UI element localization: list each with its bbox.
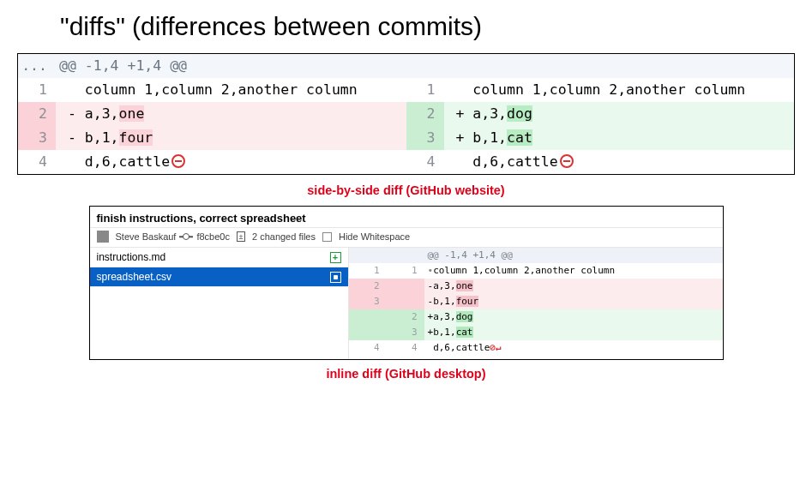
line-number-new: 4	[387, 340, 424, 356]
diff-row: 3 +b,1,cat	[349, 325, 723, 340]
hunk-marker: ...	[18, 54, 56, 78]
line-number-old: 2	[18, 102, 56, 126]
line-number-new: 3	[387, 325, 424, 340]
line-number-old: 4	[349, 340, 387, 356]
hunk-text: @@ -1,4 +1,4 @@	[56, 54, 794, 78]
diff-row: 2 - a,3,one 2 + a,3,dog	[18, 102, 794, 126]
line-number-old: 3	[349, 294, 387, 309]
line-number-old: 4	[18, 150, 56, 174]
line-number-old: 2	[349, 279, 387, 294]
changed-files-icon	[237, 231, 245, 242]
diff-row: 2 +a,3,dog	[349, 309, 723, 325]
line-number-new: 3	[406, 126, 444, 150]
diff-row: 3 - b,1,four 3 + b,1,cat	[18, 126, 794, 150]
file-name: spreadsheet.csv	[97, 271, 171, 283]
diff-code-right: + a,3,dog	[444, 102, 795, 126]
diff-row: 1 1 •column 1,column 2,another column	[349, 263, 723, 279]
diff-code-left: - a,3,one	[56, 102, 406, 126]
diff-hunk-header: ... @@ -1,4 +1,4 @@	[18, 54, 794, 78]
file-status-modified-icon	[330, 272, 341, 283]
file-list-item[interactable]: instructions.md +	[90, 248, 348, 267]
diff-code-right: d,6,cattle	[444, 150, 795, 174]
line-number-new: 2	[406, 102, 444, 126]
file-list-item[interactable]: spreadsheet.csv	[90, 267, 348, 287]
line-number-new: 4	[406, 150, 444, 174]
file-name: instructions.md	[97, 251, 166, 263]
diff-code-right: column 1,column 2,another column	[444, 78, 795, 102]
page-title: "diffs" (differences between commits)	[0, 0, 812, 53]
diff-code: -b,1,four	[424, 294, 723, 309]
diff-row: 4 d,6,cattle 4 d,6,cattle	[18, 150, 794, 174]
diff-code-left: d,6,cattle	[56, 150, 406, 174]
line-number-old: 3	[18, 126, 56, 150]
line-number-new: 2	[387, 309, 424, 325]
file-list: instructions.md + spreadsheet.csv	[90, 248, 349, 359]
diff-code-right: + b,1,cat	[444, 126, 795, 150]
hide-whitespace-label: Hide Whitespace	[339, 231, 410, 242]
inline-diff-panel: finish instructions, correct spreadsheet…	[89, 206, 724, 360]
line-number-new	[387, 294, 424, 309]
diff-code: -a,3,one	[424, 279, 723, 294]
author-name: Steve Baskauf	[116, 231, 177, 242]
no-newline-icon: ⊘↵	[490, 342, 501, 353]
side-by-side-diff: ... @@ -1,4 +1,4 @@ 1 column 1,column 2,…	[17, 53, 795, 175]
line-number-old	[349, 325, 387, 340]
diff-code-left: - b,1,four	[56, 126, 406, 150]
avatar	[97, 231, 109, 243]
diff-code: d,6,cattle⊘↵	[424, 340, 723, 356]
diff-row: 3 -b,1,four	[349, 294, 723, 309]
caption-inline: inline diff (GitHub desktop)	[0, 363, 812, 389]
diff-code: +a,3,dog	[424, 309, 723, 325]
diff-row: 4 4 d,6,cattle⊘↵	[349, 340, 723, 356]
diff-code: +b,1,cat	[424, 325, 723, 340]
diff-row: 1 column 1,column 2,another column 1 col…	[18, 78, 794, 102]
line-number-old	[349, 309, 387, 325]
commit-title: finish instructions, correct spreadsheet	[90, 207, 723, 228]
hide-whitespace-checkbox[interactable]	[322, 232, 332, 242]
inline-diff: @@ -1,4 +1,4 @@ 1 1 •column 1,column 2,a…	[349, 248, 723, 359]
file-status-added-icon: +	[330, 252, 341, 263]
diff-row: 2 -a,3,one	[349, 279, 723, 294]
diff-hunk-header: @@ -1,4 +1,4 @@	[349, 248, 723, 263]
commit-sha: f8cbe0c	[196, 231, 230, 242]
diff-code-left: column 1,column 2,another column	[56, 78, 406, 102]
commit-meta: Steve Baskauf f8cbe0c 2 changed files Hi…	[90, 228, 723, 248]
no-newline-icon	[171, 154, 185, 168]
line-number-old: 1	[349, 263, 387, 279]
no-newline-icon	[560, 154, 574, 168]
line-number-old: 1	[18, 78, 56, 102]
changed-files-label: 2 changed files	[252, 231, 316, 242]
line-number-new: 1	[387, 263, 424, 279]
commit-icon	[183, 233, 189, 240]
line-number-new: 1	[406, 78, 444, 102]
line-number-new	[387, 279, 424, 294]
diff-code: •column 1,column 2,another column	[424, 263, 723, 279]
caption-sbs: side-by-side diff (GitHub website)	[0, 180, 812, 206]
